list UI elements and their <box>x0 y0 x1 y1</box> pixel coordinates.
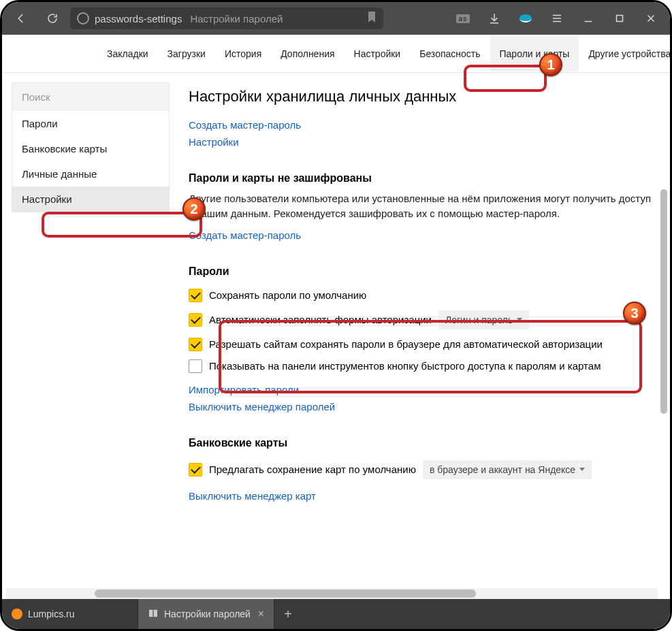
svg-rect-0 <box>617 16 623 22</box>
checkbox-save-passwords[interactable] <box>189 289 202 302</box>
address-bar[interactable]: passwords-settings Настройки паролей <box>70 7 383 29</box>
browser-tab-lumpics[interactable]: Lumpics.ru <box>2 599 138 629</box>
topnav-history[interactable]: История <box>215 36 271 71</box>
svg-rect-2 <box>154 609 157 617</box>
annotation-badge-2: 2 <box>182 197 206 221</box>
topnav-passwords-cards[interactable]: Пароли и карты <box>490 36 579 71</box>
downloads-button[interactable] <box>481 5 508 32</box>
section-unencrypted-title: Пароли и карты не зашифрованы <box>189 172 658 184</box>
label-save-passwords: Сохранять пароли по умолчанию <box>209 289 366 301</box>
checkbox-offer-save-cards[interactable] <box>189 463 202 476</box>
label-autofill: Автоматически заполнять формы авторизаци… <box>209 314 432 325</box>
menu-button[interactable] <box>543 5 571 32</box>
checkbox-allow-sites[interactable] <box>189 338 202 351</box>
vertical-scrollbar[interactable] <box>660 36 667 560</box>
link-disable-password-manager[interactable]: Выключить менеджер паролей <box>189 401 335 412</box>
tab-title: Lumpics.ru <box>28 609 74 619</box>
url-text-1: passwords-settings <box>95 13 182 25</box>
new-tab-button[interactable]: + <box>274 599 302 629</box>
browser-tabstrip: Lumpics.ru Настройки паролей × + <box>2 599 670 629</box>
link-create-master-password[interactable]: Создать мастер-пароль <box>189 119 301 131</box>
section-cards-title: Банковские карты <box>189 437 658 449</box>
tab-title: Настройки паролей <box>164 609 251 619</box>
dropdown-card-storage[interactable]: в браузере и аккаунт на Яндексе <box>423 460 592 479</box>
label-show-toolbar-button: Показывать на панели инструментов кнопку… <box>209 360 601 372</box>
lastfm-icon[interactable]: as <box>449 5 477 32</box>
settings-topnav: Закладки Загрузки История Дополнения Нас… <box>2 35 670 73</box>
link-disable-card-manager[interactable]: Выключить менеджер карт <box>189 490 316 502</box>
tab-favicon-icon <box>12 609 22 619</box>
dropdown-autofill-mode[interactable]: Логин и пароль <box>438 310 529 329</box>
annotation-badge-3: 3 <box>623 302 646 325</box>
sidebar-item-settings[interactable]: Настройки <box>12 187 169 212</box>
section-unencrypted-desc: Другие пользователи компьютера или устан… <box>189 191 658 221</box>
tab-favicon-icon <box>148 608 159 621</box>
main-content: Настройки хранилища личных данных Создат… <box>170 73 670 599</box>
section-passwords-title: Пароли <box>189 265 658 278</box>
reload-button[interactable] <box>39 5 66 32</box>
sidebar-item-bank-cards[interactable]: Банковские карты <box>12 136 169 161</box>
annotation-badge-1: 1 <box>539 53 562 76</box>
link-import-passwords[interactable]: Импортировать пароли <box>189 384 299 395</box>
tab-close-icon[interactable]: × <box>258 608 264 620</box>
maximize-button[interactable] <box>606 5 633 32</box>
link-create-master-password-2[interactable]: Создать мастер-пароль <box>189 229 301 241</box>
weather-icon[interactable] <box>512 5 539 32</box>
checkbox-show-toolbar-button[interactable] <box>189 359 202 373</box>
bookmark-icon[interactable] <box>367 12 377 25</box>
sidebar-item-personal-data[interactable]: Личные данные <box>12 161 169 187</box>
minimize-button[interactable] <box>575 5 602 32</box>
page-title: Настройки хранилища личных данных <box>189 88 658 106</box>
url-text-2: Настройки паролей <box>190 13 283 25</box>
checkbox-autofill[interactable] <box>189 313 202 327</box>
topnav-security[interactable]: Безопасность <box>410 36 490 71</box>
topnav-other-devices[interactable]: Другие устройства <box>579 36 672 71</box>
back-button[interactable] <box>7 5 35 32</box>
link-settings[interactable]: Настройки <box>189 136 239 148</box>
browser-tab-password-settings[interactable]: Настройки паролей × <box>138 599 274 629</box>
browser-toolbar: passwords-settings Настройки паролей as <box>2 2 670 35</box>
topnav-addons[interactable]: Дополнения <box>271 36 344 71</box>
label-allow-sites: Разрешать сайтам сохранять пароли в брау… <box>209 338 603 350</box>
svg-rect-1 <box>149 609 153 617</box>
sidebar-item-passwords[interactable]: Пароли <box>12 111 169 136</box>
label-offer-save-cards: Предлагать сохранение карт по умолчанию <box>209 464 416 475</box>
topnav-settings[interactable]: Настройки <box>345 36 411 71</box>
sidebar: Поиск Пароли Банковские карты Личные дан… <box>2 73 170 599</box>
site-favicon-icon <box>77 12 89 25</box>
topnav-downloads[interactable]: Загрузки <box>158 36 215 71</box>
topnav-bookmarks[interactable]: Закладки <box>97 36 158 71</box>
close-window-button[interactable] <box>637 5 665 32</box>
horizontal-scrollbar[interactable] <box>6 588 658 599</box>
sidebar-search-input[interactable]: Поиск <box>12 83 169 111</box>
